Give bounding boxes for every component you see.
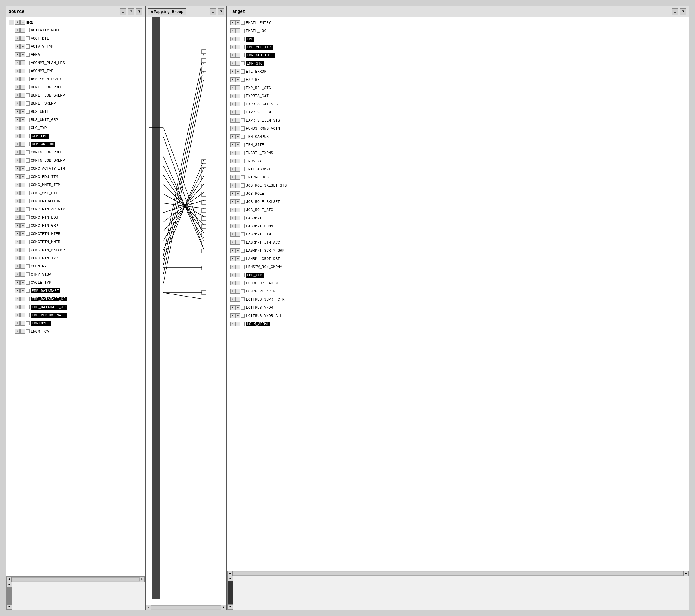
expand-icon[interactable]: +: [15, 231, 20, 236]
item-checkbox[interactable]: [241, 240, 245, 245]
connect-icon[interactable]: −: [20, 280, 25, 285]
expand-icon[interactable]: +: [15, 256, 20, 261]
item-checkbox[interactable]: [26, 36, 30, 40]
expand-icon[interactable]: +: [15, 150, 20, 155]
item-checkbox[interactable]: [241, 224, 245, 228]
source-scroll-up-arrow[interactable]: ▲: [7, 582, 12, 587]
connect-icon[interactable]: −: [20, 101, 25, 106]
expand-icon[interactable]: +: [15, 69, 20, 73]
item-checkbox[interactable]: [26, 126, 30, 130]
source-grid-btn[interactable]: ⊞: [120, 9, 126, 15]
item-checkbox[interactable]: [26, 85, 30, 89]
item-checkbox[interactable]: [26, 215, 30, 219]
connect-icon[interactable]: −: [20, 239, 25, 244]
expand-icon[interactable]: +: [15, 166, 20, 171]
item-checkbox[interactable]: [241, 143, 245, 147]
item-checkbox[interactable]: [241, 167, 245, 171]
item-checkbox[interactable]: [26, 232, 30, 236]
item-checkbox[interactable]: [241, 257, 245, 261]
expand-icon[interactable]: +: [15, 158, 20, 163]
item-checkbox[interactable]: [241, 265, 245, 269]
item-checkbox[interactable]: [26, 207, 30, 211]
item-checkbox[interactable]: [26, 223, 30, 228]
item-checkbox[interactable]: [26, 45, 30, 49]
item-checkbox[interactable]: [241, 151, 245, 155]
source-root-expand2[interactable]: +: [15, 20, 20, 25]
expand-icon[interactable]: +: [230, 20, 235, 25]
connect-icon[interactable]: −: [235, 265, 240, 269]
item-checkbox[interactable]: [26, 297, 30, 301]
connect-icon[interactable]: −: [20, 305, 25, 309]
expand-icon[interactable]: +: [230, 297, 235, 302]
connect-icon[interactable]: −: [20, 85, 25, 89]
item-checkbox[interactable]: [241, 78, 245, 82]
connect-icon[interactable]: −: [235, 207, 240, 212]
item-checkbox[interactable]: [241, 289, 245, 293]
expand-icon[interactable]: +: [15, 280, 20, 285]
item-checkbox[interactable]: [241, 200, 245, 204]
item-checkbox[interactable]: [241, 208, 245, 212]
connect-icon[interactable]: −: [235, 118, 240, 123]
expand-icon[interactable]: +: [230, 273, 235, 277]
connect-icon[interactable]: −: [20, 69, 25, 73]
connect-icon[interactable]: −: [20, 321, 25, 326]
connect-icon[interactable]: −: [235, 45, 240, 49]
expand-icon[interactable]: +: [230, 199, 235, 204]
item-checkbox[interactable]: [26, 191, 30, 195]
connect-icon[interactable]: −: [235, 216, 240, 220]
expand-icon[interactable]: +: [230, 118, 235, 123]
item-checkbox[interactable]: [26, 167, 30, 171]
connect-icon[interactable]: −: [20, 52, 25, 57]
connect-icon[interactable]: −: [235, 85, 240, 90]
item-checkbox[interactable]: [26, 134, 30, 138]
item-checkbox[interactable]: [26, 101, 30, 105]
item-checkbox[interactable]: [26, 289, 30, 293]
mapping-scroll-right-btn[interactable]: ►: [221, 605, 226, 610]
connect-icon[interactable]: −: [235, 224, 240, 229]
connect-icon[interactable]: −: [235, 61, 240, 66]
source-scroll-down-arrow[interactable]: ▼: [7, 604, 12, 610]
source-scroll-down-btn[interactable]: ▼: [136, 9, 142, 15]
expand-icon[interactable]: +: [230, 143, 235, 147]
connect-icon[interactable]: −: [235, 305, 240, 310]
item-checkbox[interactable]: [26, 183, 30, 187]
expand-icon[interactable]: +: [15, 93, 20, 98]
item-checkbox[interactable]: [241, 69, 245, 73]
expand-icon[interactable]: +: [15, 223, 20, 228]
expand-icon[interactable]: +: [230, 191, 235, 196]
expand-icon[interactable]: +: [230, 110, 235, 115]
expand-icon[interactable]: +: [15, 85, 20, 89]
expand-icon[interactable]: +: [15, 215, 20, 220]
connect-icon[interactable]: −: [20, 61, 25, 65]
connect-icon[interactable]: −: [20, 329, 25, 334]
expand-icon[interactable]: +: [15, 207, 20, 212]
item-checkbox[interactable]: [26, 159, 30, 163]
connect-icon[interactable]: −: [235, 199, 240, 204]
expand-icon[interactable]: +: [230, 151, 235, 155]
expand-icon[interactable]: +: [15, 272, 20, 277]
expand-icon[interactable]: +: [230, 240, 235, 245]
target-grid-btn[interactable]: ⊞: [672, 9, 678, 15]
connect-icon[interactable]: −: [235, 20, 240, 25]
connect-icon[interactable]: −: [235, 248, 240, 253]
item-checkbox[interactable]: [26, 240, 30, 244]
mapping-group-button[interactable]: ⊞ Mapping Group: [148, 8, 186, 15]
connect-icon[interactable]: −: [235, 167, 240, 171]
expand-icon[interactable]: +: [230, 37, 235, 41]
item-checkbox[interactable]: [26, 53, 30, 57]
item-checkbox[interactable]: [241, 86, 245, 90]
expand-icon[interactable]: +: [15, 126, 20, 130]
item-checkbox[interactable]: [241, 135, 245, 139]
item-checkbox[interactable]: [26, 118, 30, 122]
expand-icon[interactable]: +: [15, 297, 20, 301]
expand-icon[interactable]: +: [15, 305, 20, 309]
expand-icon[interactable]: +: [15, 199, 20, 203]
connect-icon[interactable]: −: [20, 199, 25, 203]
expand-icon[interactable]: +: [15, 248, 20, 252]
connect-icon[interactable]: −: [235, 134, 240, 139]
expand-icon[interactable]: +: [230, 167, 235, 171]
target-scroll-down-arrow[interactable]: ▼: [227, 604, 233, 610]
expand-icon[interactable]: +: [15, 28, 20, 33]
connect-icon[interactable]: −: [235, 256, 240, 261]
expand-icon[interactable]: +: [230, 289, 235, 294]
